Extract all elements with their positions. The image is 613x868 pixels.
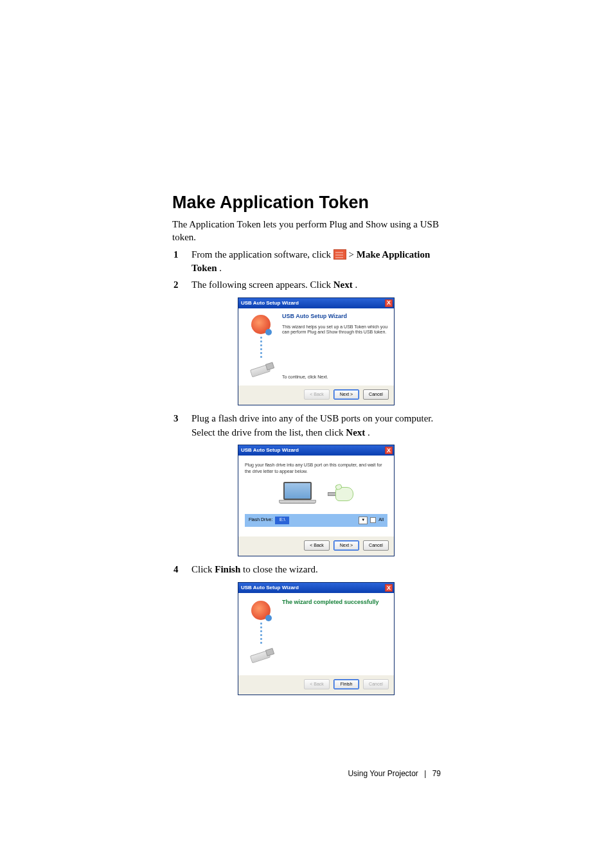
- all-checkbox[interactable]: [370, 517, 376, 523]
- step-1: 1 From the application software, click >…: [191, 248, 441, 276]
- step-3-pre: Plug a flash drive into any of the USB p…: [191, 413, 433, 438]
- step-3-post1: .: [368, 427, 370, 438]
- wizard-3-side-graphic: [244, 598, 278, 674]
- cancel-button[interactable]: Cancel: [363, 389, 389, 400]
- flash-drive-label: Flash Drive:: [249, 517, 272, 523]
- wizard-3: USB Auto Setup Wizard X The wizard compl…: [238, 582, 395, 695]
- step-3-bold: Next: [346, 427, 365, 438]
- wizard-1-heading: USB Auto Setup Wizard: [282, 312, 389, 321]
- wizard-1-side-graphic: [244, 312, 278, 388]
- cancel-button[interactable]: Cancel: [363, 540, 389, 551]
- close-icon[interactable]: X: [385, 299, 393, 307]
- next-button[interactable]: Next >: [333, 540, 359, 551]
- flash-drive-select[interactable]: E:\: [275, 517, 289, 524]
- gear-icon: [251, 315, 271, 334]
- wizard-1-title: USB Auto Setup Wizard: [241, 299, 299, 307]
- step-2-post1: .: [355, 279, 358, 290]
- page-number: 79: [432, 769, 441, 778]
- step-1-num: 1: [173, 248, 179, 262]
- dots-icon: [260, 623, 262, 644]
- wizard-2-desc: Plug your flash drive into any USB port …: [245, 462, 387, 475]
- flash-drive-row: Flash Drive: E:\ ▼ All: [245, 514, 387, 527]
- step-4-pre: Click: [191, 564, 215, 574]
- hand-usb-icon: [328, 482, 353, 505]
- gear-icon: [251, 601, 271, 620]
- footer-separator: |: [424, 769, 426, 778]
- footer-label: Using Your Projector: [348, 769, 418, 778]
- next-button[interactable]: Next >: [333, 389, 359, 400]
- wizard-2-body: Plug your flash drive into any USB port …: [238, 456, 394, 536]
- wizard-1-body: USB Auto Setup Wizard This wizard helps …: [238, 308, 394, 385]
- step-2-bold: Next: [333, 279, 353, 290]
- usb-icon: [247, 360, 275, 378]
- section-heading: Make Application Token: [172, 193, 441, 213]
- all-label: All: [378, 517, 384, 523]
- wizard-1-continue: To continue, click Next.: [282, 374, 328, 380]
- intro-text: The Application Token lets you perform P…: [172, 218, 441, 244]
- usb-icon: [247, 646, 275, 664]
- step-2-pre: The following screen appears. Click: [191, 279, 333, 290]
- wizard-2: USB Auto Setup Wizard X Plug your flash …: [238, 445, 395, 556]
- step-2-num: 2: [173, 278, 179, 292]
- wizard-1-titlebar[interactable]: USB Auto Setup Wizard X: [238, 298, 394, 308]
- step-1-pre: From the application software, click: [191, 249, 333, 260]
- wizard-2-title: USB Auto Setup Wizard: [241, 447, 299, 454]
- step-1-post1: >: [349, 249, 357, 260]
- step-4-num: 4: [173, 563, 179, 577]
- step-4-bold: Finish: [215, 564, 240, 574]
- wizard-3-done-text: The wizard completed successfully: [282, 598, 389, 607]
- wizard-3-buttons: < Back Finish Cancel: [238, 675, 394, 695]
- wizard-1: USB Auto Setup Wizard X USB Auto Setup W…: [238, 297, 395, 405]
- step-3: 3 Plug a flash drive into any of the USB…: [191, 412, 441, 557]
- step-3-num: 3: [173, 412, 179, 426]
- wizard-1-desc: This wizard helps you set up a USB Token…: [282, 324, 389, 335]
- cancel-button[interactable]: Cancel: [363, 679, 389, 689]
- dots-icon: [260, 337, 262, 358]
- wizard-1-buttons: < Back Next > Cancel: [238, 385, 394, 405]
- back-button[interactable]: < Back: [304, 540, 330, 551]
- wizard-3-title: USB Auto Setup Wizard: [241, 584, 299, 592]
- close-icon[interactable]: X: [385, 584, 393, 592]
- close-icon[interactable]: X: [385, 447, 393, 454]
- wizard-2-buttons: < Back Next > Cancel: [238, 536, 394, 556]
- back-button[interactable]: < Back: [304, 389, 330, 400]
- wizard-3-body: The wizard completed successfully: [238, 593, 394, 675]
- back-button[interactable]: < Back: [304, 679, 330, 689]
- wizard-2-illustration: [245, 482, 387, 505]
- wizard-3-titlebar[interactable]: USB Auto Setup Wizard X: [238, 583, 394, 593]
- page-footer: Using Your Projector | 79: [348, 769, 441, 778]
- finish-button[interactable]: Finish: [333, 679, 359, 689]
- laptop-icon: [279, 482, 316, 505]
- step-4: 4 Click Finish to close the wizard. USB …: [191, 563, 441, 695]
- wizard-2-titlebar[interactable]: USB Auto Setup Wizard X: [238, 445, 394, 456]
- chevron-down-icon[interactable]: ▼: [359, 517, 368, 524]
- step-1-post2: .: [219, 263, 222, 273]
- step-2: 2 The following screen appears. Click Ne…: [191, 278, 441, 405]
- menu-icon: [333, 249, 346, 260]
- step-4-post1: to close the wizard.: [243, 564, 318, 574]
